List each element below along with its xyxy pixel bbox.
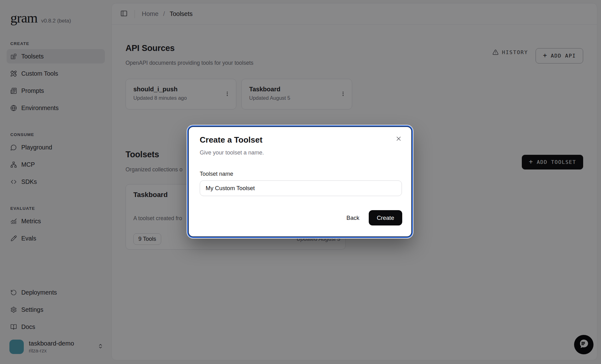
back-button[interactable]: Back bbox=[347, 215, 359, 221]
app-root: gram v0.8.2 (beta) CREATE Toolsets Custo… bbox=[0, 0, 601, 364]
close-icon[interactable] bbox=[394, 134, 403, 144]
dialog-actions: Back Create bbox=[347, 210, 402, 225]
dialog-title: Create a Toolset bbox=[200, 135, 262, 145]
create-button[interactable]: Create bbox=[369, 210, 402, 225]
toolset-name-input[interactable] bbox=[200, 180, 402, 196]
dialog-subtitle: Give your toolset a name. bbox=[200, 149, 264, 156]
create-toolset-dialog: Create a Toolset Give your toolset a nam… bbox=[188, 126, 412, 237]
toolset-name-label: Toolset name bbox=[200, 171, 233, 177]
